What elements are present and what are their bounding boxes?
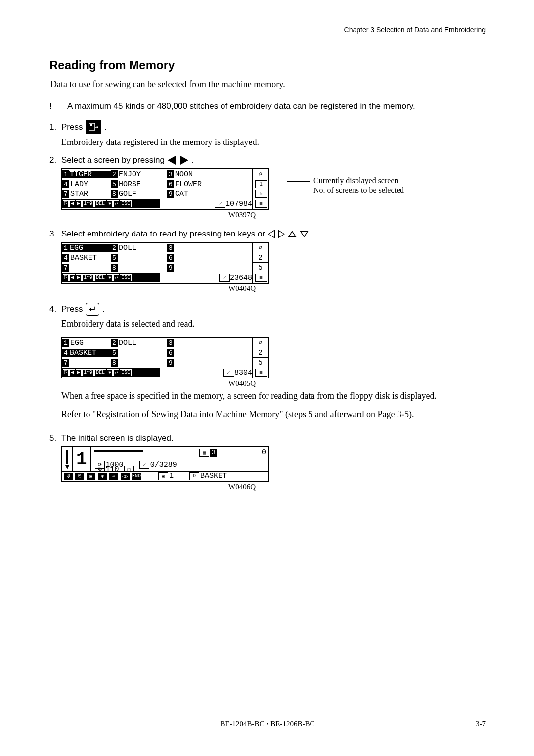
current-screen-num: 2 [253, 253, 268, 263]
up-arrow-outline-icon [288, 231, 297, 237]
step-1-sub: Embroidery data registered in the memory… [61, 137, 486, 147]
toolbar-key: 1~9 [82, 200, 94, 207]
stitch-icon: ⟋ [215, 200, 225, 208]
lcd-slot-num: 5 [111, 349, 118, 357]
lcd-slot-num: 1 [62, 339, 69, 347]
toolbar-key: END [132, 472, 141, 480]
color-icon: ▦ [199, 449, 209, 457]
lcd-slot-num: 6 [167, 254, 174, 262]
lcd-screen-2: 1TIGER 2ENJOY 3MOON 4LADY 5HORSE 6FLOWER… [61, 168, 269, 210]
step-label: Select a screen by pressing [61, 155, 165, 165]
annotation-total: No. of screens to be selected [287, 186, 404, 195]
toolbar-key: ▶ [76, 274, 82, 281]
lcd-item: EGG [69, 339, 111, 347]
step-after: . [104, 122, 107, 132]
toolbar-key: ESC [120, 200, 132, 207]
lcd-item: LADY [69, 181, 111, 188]
toolbar-key: ↵ [113, 200, 119, 207]
lcd-item: CAT [174, 190, 188, 198]
lcd-slot-num: 5 [111, 254, 118, 262]
svg-rect-2 [66, 450, 68, 464]
toolbar-key: ⎘ [63, 200, 69, 207]
lcd-right-panel: ⌕ 1 5 ≡ [252, 169, 268, 209]
toolbar-key: ⎘ [63, 369, 69, 376]
lcd-item: DOLL [118, 339, 167, 347]
figure-ref: W0405Q [228, 379, 486, 388]
lcd-item: STAR [69, 190, 111, 198]
footer-page: 3-7 [476, 720, 486, 728]
lcd-slot-num: 9 [167, 190, 174, 198]
right-arrow-icon [180, 156, 188, 165]
lcd-slot-num: 6 [167, 349, 174, 357]
annotation-current: Currently displayed screen [287, 176, 399, 185]
step-4-para1: When a free space is specified in the me… [61, 391, 486, 401]
stitch-icon: ⟋ [223, 369, 234, 377]
step-1: 1. Press . [49, 120, 486, 134]
lcd-slot-num: 2 [111, 170, 118, 178]
step-label: Select embroidery data to read by pressi… [61, 229, 265, 239]
toolbar-key: ↵ [113, 274, 119, 281]
step-text: The initial screen is displayed. [61, 433, 174, 443]
lcd-item: DOLL [118, 244, 167, 252]
lcd-slot-num: 3 [167, 339, 174, 347]
total-screens-num: 5 [253, 358, 268, 368]
lcd-item: HORSE [118, 181, 167, 188]
lcd-slot-num: 1 [62, 244, 69, 252]
lcd-slot-num: 3 [167, 170, 174, 178]
screen-indicator-icon: ⌕ [253, 243, 268, 253]
lcd-slot-num: 7 [62, 190, 69, 198]
lcd-toolbar: ⎘◀▶1~9DEL✱↵ESC [62, 273, 160, 282]
current-screen-num: 1 [253, 179, 268, 189]
intro-text: Data to use for sewing can be selected f… [50, 79, 486, 90]
lcd-right-panel: ⌕ 2 5 ≡ [252, 338, 268, 378]
list-icon: ≡ [253, 199, 268, 209]
stitch-count: 8304 [234, 369, 252, 377]
lcd-slot-num: 4 [62, 254, 69, 262]
lcd-slot-num: 4 [62, 349, 69, 357]
lcd-slot-num: 4 [62, 180, 69, 188]
toolbar-key: ✱ [107, 200, 113, 207]
design-icon: ▣ [158, 472, 168, 480]
lcd-item: EGG [69, 244, 111, 252]
page-footer: BE-1204B-BC • BE-1206B-BC 3-7 [49, 720, 486, 728]
toolbar-key: ▶ [76, 369, 82, 376]
toolbar-key: ✱ [97, 472, 107, 480]
design-name: BASKET [200, 472, 227, 480]
step-label: Press [61, 122, 83, 132]
step-number: 2. [49, 155, 61, 165]
step-text: Select embroidery data to read by pressi… [61, 229, 314, 239]
needle-number: 1 [73, 447, 91, 471]
list-icon: ≡ [253, 273, 268, 283]
stitch-count: 107984 [225, 200, 252, 208]
lcd-toolbar: ⎘◀▶1~9DEL✱↵ESC [62, 368, 160, 377]
step-number: 5. [49, 433, 61, 443]
lcd-slot-num: 1 [62, 170, 69, 178]
current-screen-num: 2 [253, 348, 268, 358]
toolbar-key: ◀ [69, 274, 75, 281]
lcd-slot-num: 9 [167, 264, 174, 272]
toolbar-key: ◀ [69, 200, 75, 207]
lcd-slot-num: 3 [167, 244, 174, 252]
stitch-count: 23648 [230, 274, 252, 282]
note-mark: ! [49, 101, 67, 111]
toolbar-key: 1~9 [82, 274, 94, 281]
step-5: 5. The initial screen is displayed. [49, 433, 486, 443]
lcd-item: ENJOY [118, 171, 167, 178]
name-icon: D [189, 472, 199, 480]
toolbar-key: ⎘ [75, 472, 85, 480]
chapter-header: Chapter 3 Selection of Data and Embroide… [344, 26, 486, 34]
needle-bar-icon [62, 447, 73, 471]
figure-ref: W0397Q [228, 211, 486, 219]
stitch-icon: ⟋ [219, 274, 230, 282]
toolbar-key: ▶ [76, 200, 82, 207]
lcd-item: MOON [174, 171, 193, 178]
toolbar-key: ⇔ [109, 472, 119, 480]
left-arrow-outline-icon [268, 230, 275, 238]
page-content: Reading from Memory Data to use for sewi… [49, 58, 486, 501]
lcd-slot-num: 2 [111, 339, 118, 347]
step-after: . [191, 155, 194, 165]
design-number: 1 [169, 472, 174, 480]
step-number: 4. [49, 304, 61, 314]
stitch-progress: 0/3289 [150, 461, 177, 469]
lcd-toolbar: ⟱ ⎘ ▣ ✱ ⇔ ◁▷ END [62, 472, 142, 481]
